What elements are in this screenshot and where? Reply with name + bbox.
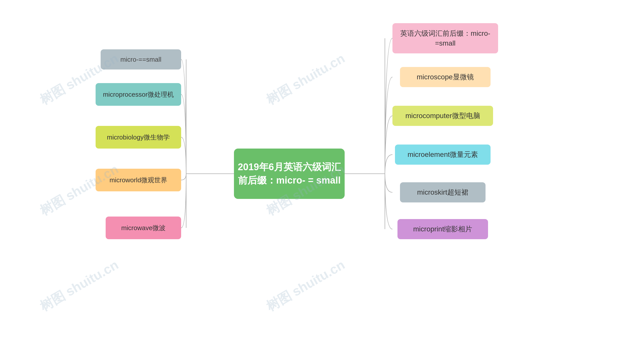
left-node-4: microworld微观世界 bbox=[96, 169, 181, 191]
watermark-6: 树图 shuitu.cn bbox=[263, 256, 348, 315]
left-node-1: micro-==small bbox=[101, 49, 181, 69]
right-node-1-label: 英语六级词汇前后缀：micro-=small bbox=[392, 28, 498, 48]
watermark-5: 树图 shuitu.cn bbox=[37, 256, 122, 315]
right-node-3: microcomputer微型电脑 bbox=[392, 106, 493, 126]
left-node-2: microprocessor微处理机 bbox=[96, 83, 181, 106]
left-node-4-label: microworld微观世界 bbox=[109, 175, 167, 185]
left-node-2-label: microprocessor微处理机 bbox=[103, 90, 174, 99]
left-node-3: microbiology微生物学 bbox=[96, 126, 181, 149]
left-node-5: microwave微波 bbox=[106, 217, 181, 239]
right-node-2: microscope显微镜 bbox=[400, 67, 491, 87]
right-node-6-label: microprint缩影相片 bbox=[413, 224, 472, 234]
left-node-5-label: microwave微波 bbox=[121, 223, 166, 232]
right-node-5-label: microskirt超短裙 bbox=[417, 187, 468, 197]
left-node-3-label: microbiology微生物学 bbox=[107, 133, 170, 142]
right-node-3-label: microcomputer微型电脑 bbox=[405, 111, 480, 121]
center-label: 2019年6月英语六级词汇前后缀：micro- = small bbox=[238, 160, 341, 187]
watermark-2: 树图 shuitu.cn bbox=[263, 50, 348, 109]
right-node-6: microprint缩影相片 bbox=[397, 219, 488, 239]
right-node-5: microskirt超短裙 bbox=[400, 182, 486, 202]
center-node: 2019年6月英语六级词汇前后缀：micro- = small bbox=[234, 149, 345, 199]
right-node-4: microelement微量元素 bbox=[395, 145, 491, 165]
right-node-4-label: microelement微量元素 bbox=[408, 150, 478, 159]
right-node-2-label: microscope显微镜 bbox=[417, 72, 474, 82]
left-node-1-label: micro-==small bbox=[120, 55, 161, 64]
right-node-1: 英语六级词汇前后缀：micro-=small bbox=[392, 23, 498, 53]
